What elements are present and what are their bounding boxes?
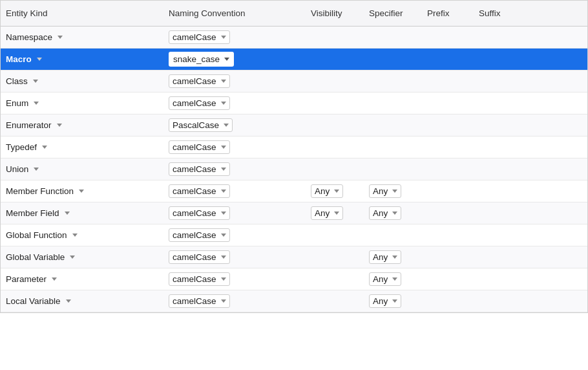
specifier-dropdown[interactable]: Any bbox=[369, 184, 401, 198]
table-row[interactable]: NamespacecamelCase bbox=[1, 27, 587, 49]
specifier-cell bbox=[364, 166, 422, 173]
specifier-dropdown-arrow bbox=[392, 212, 397, 215]
convention-dropdown[interactable]: camelCase bbox=[169, 272, 230, 286]
visibility-cell bbox=[306, 34, 364, 41]
convention-cell[interactable]: camelCase bbox=[163, 269, 306, 289]
table-row[interactable]: ClasscamelCase bbox=[1, 71, 587, 92]
entity-dropdown-arrow[interactable] bbox=[52, 278, 57, 281]
convention-cell[interactable]: camelCase bbox=[163, 291, 306, 311]
convention-label: camelCase bbox=[173, 186, 216, 196]
col-header-convention: Naming Convention bbox=[163, 1, 306, 26]
convention-cell[interactable]: snake_case bbox=[163, 49, 306, 70]
convention-cell[interactable]: PascalCase bbox=[163, 115, 306, 135]
prefix-cell bbox=[422, 122, 474, 129]
specifier-dropdown[interactable]: Any bbox=[369, 272, 401, 286]
entity-cell: Global Function bbox=[1, 227, 163, 243]
entity-cell: Member Field bbox=[1, 205, 163, 221]
visibility-dropdown[interactable]: Any bbox=[311, 184, 343, 198]
specifier-cell bbox=[364, 232, 422, 239]
convention-dropdown[interactable]: camelCase bbox=[169, 250, 230, 264]
convention-dropdown[interactable]: camelCase bbox=[169, 184, 230, 198]
convention-label: PascalCase bbox=[173, 120, 219, 130]
visibility-cell bbox=[306, 122, 364, 129]
entity-dropdown-arrow[interactable] bbox=[34, 168, 39, 171]
convention-cell[interactable]: camelCase bbox=[163, 247, 306, 267]
convention-dropdown[interactable]: camelCase bbox=[169, 162, 230, 176]
suffix-cell bbox=[474, 144, 528, 151]
table-row[interactable]: UnioncamelCase bbox=[1, 158, 587, 180]
table-row[interactable]: Member FieldcamelCaseAnyAny bbox=[1, 202, 587, 224]
entity-label: Member Function bbox=[6, 186, 74, 196]
convention-label: camelCase bbox=[173, 230, 216, 240]
convention-cell[interactable]: camelCase bbox=[163, 27, 306, 47]
entity-dropdown-arrow[interactable] bbox=[65, 212, 70, 215]
convention-dropdown[interactable]: camelCase bbox=[169, 294, 230, 308]
table-row[interactable]: Global FunctioncamelCase bbox=[1, 224, 587, 246]
convention-cell[interactable]: camelCase bbox=[163, 225, 306, 245]
specifier-cell bbox=[364, 122, 422, 129]
visibility-dropdown[interactable]: Any bbox=[311, 206, 343, 220]
specifier-cell: Any bbox=[364, 291, 422, 311]
entity-dropdown-arrow[interactable] bbox=[66, 299, 71, 303]
specifier-dropdown[interactable]: Any bbox=[369, 250, 401, 264]
convention-cell[interactable]: camelCase bbox=[163, 71, 306, 91]
col-header-prefix: Prefix bbox=[422, 1, 474, 26]
table-row[interactable]: TypedefcamelCase bbox=[1, 136, 587, 158]
convention-dropdown-arrow bbox=[221, 212, 226, 215]
entity-dropdown-arrow[interactable] bbox=[34, 102, 39, 105]
entity-dropdown-arrow[interactable] bbox=[42, 146, 47, 149]
table-row[interactable]: EnumcamelCase bbox=[1, 92, 587, 114]
entity-cell: Global Variable bbox=[1, 249, 163, 265]
entity-dropdown-arrow[interactable] bbox=[58, 36, 63, 39]
convention-cell[interactable]: camelCase bbox=[163, 159, 306, 179]
visibility-cell bbox=[306, 78, 364, 85]
convention-cell[interactable]: camelCase bbox=[163, 181, 306, 201]
entity-label: Member Field bbox=[6, 208, 59, 218]
entity-dropdown-arrow[interactable] bbox=[33, 80, 38, 83]
entity-dropdown-arrow[interactable] bbox=[79, 190, 84, 193]
table-body: NamespacecamelCaseMacrosnake_caseClassca… bbox=[1, 27, 587, 312]
prefix-cell bbox=[422, 56, 474, 63]
entity-dropdown-arrow[interactable] bbox=[72, 234, 78, 237]
convention-dropdown-arrow bbox=[221, 234, 226, 237]
entity-dropdown-arrow[interactable] bbox=[70, 256, 75, 259]
convention-cell[interactable]: camelCase bbox=[163, 203, 306, 223]
entity-cell: Macro bbox=[1, 51, 163, 67]
suffix-cell bbox=[474, 34, 528, 41]
convention-dropdown[interactable]: camelCase bbox=[169, 30, 230, 44]
suffix-cell bbox=[474, 78, 528, 85]
specifier-dropdown[interactable]: Any bbox=[369, 294, 401, 308]
suffix-cell bbox=[474, 232, 528, 239]
convention-dropdown[interactable]: camelCase bbox=[169, 228, 230, 242]
specifier-cell: Any bbox=[364, 181, 422, 201]
convention-label: camelCase bbox=[173, 76, 216, 86]
entity-label: Parameter bbox=[6, 274, 47, 284]
convention-dropdown[interactable]: camelCase bbox=[169, 140, 230, 154]
table-row[interactable]: Global VariablecamelCaseAny bbox=[1, 246, 587, 268]
table-row[interactable]: Local VariablecamelCaseAny bbox=[1, 290, 587, 312]
convention-label: camelCase bbox=[173, 142, 216, 152]
table-row[interactable]: EnumeratorPascalCase bbox=[1, 114, 587, 136]
convention-cell[interactable]: camelCase bbox=[163, 93, 306, 113]
entity-dropdown-arrow[interactable] bbox=[37, 58, 42, 61]
specifier-dropdown[interactable]: Any bbox=[369, 206, 401, 220]
entity-label: Macro bbox=[6, 54, 32, 64]
convention-dropdown[interactable]: snake_case bbox=[169, 52, 234, 67]
prefix-cell bbox=[422, 298, 474, 305]
convention-label: camelCase bbox=[173, 164, 216, 174]
convention-dropdown[interactable]: camelCase bbox=[169, 96, 230, 110]
table-row[interactable]: ParametercamelCaseAny bbox=[1, 268, 587, 290]
suffix-cell bbox=[474, 166, 528, 173]
convention-dropdown-arrow bbox=[224, 124, 229, 127]
col-header-visibility: Visibility bbox=[306, 1, 364, 26]
entity-dropdown-arrow[interactable] bbox=[57, 124, 62, 127]
specifier-dropdown-arrow bbox=[392, 256, 397, 259]
table-row[interactable]: Member FunctioncamelCaseAnyAny bbox=[1, 180, 587, 202]
convention-dropdown[interactable]: camelCase bbox=[169, 206, 230, 220]
convention-cell[interactable]: camelCase bbox=[163, 137, 306, 157]
entity-cell: Union bbox=[1, 161, 163, 177]
visibility-label: Any bbox=[315, 186, 330, 196]
convention-dropdown[interactable]: PascalCase bbox=[169, 118, 233, 132]
convention-dropdown[interactable]: camelCase bbox=[169, 74, 230, 88]
table-row[interactable]: Macrosnake_case bbox=[1, 49, 587, 71]
